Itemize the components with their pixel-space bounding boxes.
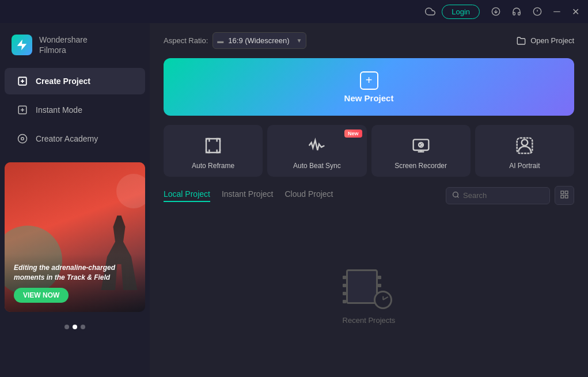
tool-card-ai-portrait[interactable]: AI Portrait (475, 125, 574, 177)
app-name: Wondershare Filmora (39, 35, 88, 55)
new-project-label: New Project (344, 93, 394, 103)
tool-card-auto-reframe[interactable]: Auto Reframe (164, 125, 263, 177)
minimize-button[interactable]: ─ (549, 3, 565, 20)
svg-rect-24 (565, 191, 568, 194)
search-input[interactable] (463, 191, 544, 200)
search-icon (452, 191, 460, 200)
banner-overlay: Editing the adrenaline-charged moments i… (5, 254, 145, 313)
sidebar-item-instant-mode[interactable]: Instant Mode (5, 97, 145, 123)
headphones-icon[interactable] (507, 2, 526, 21)
info-icon[interactable] (528, 2, 547, 21)
clock-icon (374, 291, 392, 309)
banner-text: Editing the adrenaline-charged moments i… (14, 263, 136, 283)
new-badge: New (344, 130, 362, 138)
banner-dots (0, 321, 150, 333)
app-logo (12, 35, 32, 55)
auto-reframe-icon (202, 134, 225, 157)
svg-point-21 (453, 192, 458, 197)
new-project-inner: + New Project (344, 71, 394, 103)
download-icon[interactable] (487, 2, 505, 21)
dot-1[interactable] (65, 325, 69, 329)
projects-toolbar (446, 186, 574, 205)
tool-card-auto-beat-sync[interactable]: New Auto Beat Sync (267, 125, 366, 177)
svg-point-12 (18, 135, 27, 143)
svg-point-13 (21, 138, 24, 140)
screen-recorder-icon (409, 134, 433, 157)
sidebar-item-creator-academy[interactable]: Creator Academy (5, 125, 145, 152)
auto-beat-sync-label: Auto Beat Sync (293, 162, 341, 170)
tab-cloud-project[interactable]: Cloud Project (284, 189, 333, 202)
auto-reframe-label: Auto Reframe (192, 162, 234, 170)
tool-card-screen-recorder[interactable]: Screen Recorder (371, 125, 471, 177)
ai-portrait-icon (513, 134, 536, 157)
clock-hand-short (382, 296, 384, 300)
aspect-ratio-select[interactable]: 16:9 (Widescreen) 4:3 1:1 9:16 21:9 (213, 32, 306, 49)
new-project-banner[interactable]: + New Project (164, 58, 574, 116)
login-button[interactable]: Login (442, 5, 480, 19)
instant-mode-label: Instant Mode (36, 105, 82, 115)
aspect-ratio-dropdown-wrap: ▬ 16:9 (Widescreen) 4:3 1:1 9:16 21:9 ▼ (213, 32, 306, 49)
titlebar: Login ─ ✕ (0, 0, 588, 23)
search-box (446, 187, 550, 204)
main-area: Wondershare Filmora Create Project Insta… (0, 23, 588, 377)
svg-point-19 (522, 139, 528, 146)
projects-section: Local Project Instant Project Cloud Proj… (150, 186, 588, 377)
aspect-ratio-label: Aspect Ratio: (164, 36, 208, 45)
svg-marker-5 (17, 40, 27, 50)
view-now-button[interactable]: VIEW NOW (14, 288, 69, 303)
open-project-button[interactable]: Open Project (517, 36, 574, 45)
content-topbar: Aspect Ratio: ▬ 16:9 (Widescreen) 4:3 1:… (150, 23, 588, 58)
sidebar-banner: Editing the adrenaline-charged moments i… (5, 162, 145, 312)
recent-projects-label: Recent Projects (343, 316, 396, 325)
instant-mode-icon (16, 104, 29, 116)
tab-instant-project[interactable]: Instant Project (222, 189, 274, 202)
content-area: Aspect Ratio: ▬ 16:9 (Widescreen) 4:3 1:… (150, 23, 588, 377)
svg-line-22 (457, 196, 458, 197)
svg-rect-23 (561, 191, 564, 194)
projects-tabs: Local Project Instant Project Cloud Proj… (164, 189, 333, 202)
dot-3[interactable] (81, 325, 85, 329)
logo-area: Wondershare Filmora (0, 28, 150, 67)
tool-cards: Auto Reframe New Auto Beat Sync Screen R… (150, 125, 588, 186)
cloud-icon[interactable] (421, 2, 439, 21)
open-project-label: Open Project (530, 36, 574, 45)
film-strip-icon (346, 269, 378, 304)
folder-icon (517, 36, 526, 45)
projects-empty: Recent Projects (164, 214, 574, 377)
aspect-ratio-icon: ▬ (217, 37, 223, 44)
svg-rect-26 (565, 195, 568, 198)
auto-beat-sync-icon (305, 134, 328, 157)
close-button close[interactable]: ✕ (567, 3, 583, 20)
creator-academy-icon (16, 132, 29, 145)
creator-academy-label: Creator Academy (36, 134, 98, 143)
create-project-icon (16, 75, 29, 87)
screen-recorder-label: Screen Recorder (394, 162, 447, 170)
new-project-plus-icon: + (360, 71, 378, 90)
recent-projects-icon (346, 266, 392, 307)
svg-rect-25 (561, 195, 564, 198)
projects-tabs-bar: Local Project Instant Project Cloud Proj… (164, 186, 574, 205)
dot-2[interactable] (73, 325, 77, 329)
sidebar-item-create-project[interactable]: Create Project (5, 68, 145, 94)
ai-portrait-label: AI Portrait (509, 162, 540, 170)
grid-toggle-button[interactable] (555, 186, 574, 205)
svg-rect-14 (206, 139, 220, 153)
aspect-ratio-selector: Aspect Ratio: ▬ 16:9 (Widescreen) 4:3 1:… (164, 32, 306, 49)
tab-local-project[interactable]: Local Project (164, 189, 210, 202)
sidebar: Wondershare Filmora Create Project Insta… (0, 23, 150, 377)
create-project-label: Create Project (36, 77, 90, 86)
